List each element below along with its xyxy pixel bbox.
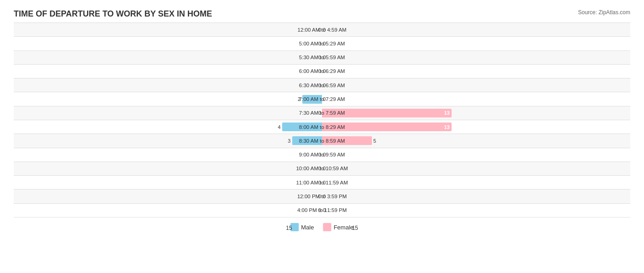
bar-row: 010:00 AM to 10:59 AM0 — [14, 162, 630, 175]
female-value-inside: 13 — [444, 110, 451, 116]
male-zero-value: 0 — [318, 152, 321, 157]
female-zero-value: 0 — [323, 194, 326, 199]
legend-female: Female — [323, 223, 353, 231]
male-value: 4 — [278, 124, 281, 130]
female-zero-value: 0 — [323, 55, 326, 60]
bar-row: 012:00 PM to 3:59 PM0 — [14, 189, 630, 203]
chart-title: TIME OF DEPARTURE TO WORK BY SEX IN HOME — [14, 9, 630, 19]
left-section: 0 — [14, 148, 322, 162]
bar-row: 011:00 AM to 11:59 AM0 — [14, 175, 630, 189]
left-section: 4 — [14, 120, 322, 134]
male-zero-value: 0 — [318, 207, 321, 213]
bar-row: 05:00 AM to 5:29 AM0 — [14, 36, 630, 50]
left-section: 0 — [14, 51, 322, 64]
male-value: 3 — [288, 138, 290, 144]
bar-row: 04:00 PM to 11:59 PM0 — [14, 203, 630, 217]
bar-row: 06:00 AM to 6:29 AM0 — [14, 64, 630, 78]
right-section: 0 — [322, 176, 630, 189]
right-section: 0 — [322, 51, 630, 64]
axis-left-label: 15 — [286, 225, 292, 231]
right-section: 0 — [322, 204, 630, 217]
bar-row: 05:30 AM to 5:59 AM0 — [14, 50, 630, 64]
female-zero-value: 0 — [323, 166, 326, 171]
rows-container: 012:00 AM to 4:59 AM005:00 AM to 5:29 AM… — [14, 22, 630, 217]
male-bar — [282, 123, 322, 131]
male-zero-value: 0 — [318, 41, 321, 46]
male-bar — [292, 136, 322, 145]
left-section: 0 — [14, 162, 322, 175]
female-value: 5 — [373, 138, 376, 144]
male-zero-value: 0 — [318, 166, 321, 171]
legend-male-label: Male — [301, 224, 314, 231]
female-zero-value: 0 — [323, 83, 326, 88]
right-section: 0 — [322, 37, 630, 50]
right-section: 0 — [322, 92, 630, 106]
female-zero-value: 0 — [323, 207, 326, 213]
right-section: 0 — [322, 78, 630, 92]
female-zero-value: 0 — [323, 96, 326, 102]
chart-container: TIME OF DEPARTURE TO WORK BY SEX IN HOME… — [0, 0, 644, 273]
bar-row: 07:30 AM to 7:59 AM13 — [14, 106, 630, 120]
right-section: 0 — [322, 23, 630, 36]
right-section: 0 — [322, 162, 630, 175]
legend-female-box — [323, 223, 331, 231]
right-section: 13 — [322, 106, 630, 120]
bar-row: 27:00 AM to 7:29 AM0 — [14, 92, 630, 106]
right-section: 0 — [322, 65, 630, 78]
female-bar — [322, 136, 372, 145]
female-bar: 13 — [322, 123, 452, 131]
left-section: 0 — [14, 65, 322, 78]
left-section: 0 — [14, 176, 322, 189]
source-text: Source: ZipAtlas.com — [578, 9, 630, 16]
bar-row: 38:30 AM to 8:59 AM5 — [14, 134, 630, 147]
bar-row: 09:00 AM to 9:59 AM0 — [14, 148, 630, 162]
left-section: 0 — [14, 78, 322, 92]
male-zero-value: 0 — [318, 194, 321, 199]
left-section: 2 — [14, 92, 322, 106]
right-section: 5 — [322, 134, 630, 147]
female-zero-value: 0 — [323, 27, 326, 33]
legend: 15 Male Female 15 — [290, 223, 354, 231]
female-zero-value: 0 — [323, 41, 326, 46]
female-bar: 13 — [322, 109, 452, 117]
legend-male: Male — [290, 223, 314, 231]
male-zero-value: 0 — [318, 55, 321, 60]
male-zero-value: 0 — [318, 27, 321, 33]
bar-row: 06:30 AM to 6:59 AM0 — [14, 78, 630, 92]
right-section: 0 — [322, 148, 630, 162]
male-zero-value: 0 — [318, 110, 321, 116]
male-zero-value: 0 — [318, 83, 321, 88]
male-value: 2 — [298, 96, 300, 102]
left-section: 0 — [14, 23, 322, 36]
female-value-inside: 13 — [444, 124, 451, 130]
male-zero-value: 0 — [318, 68, 321, 74]
legend-female-label: Female — [333, 224, 353, 231]
left-section: 0 — [14, 106, 322, 120]
left-section: 0 — [14, 37, 322, 50]
female-zero-value: 0 — [323, 152, 326, 157]
male-bar — [302, 95, 322, 104]
bar-row: 48:00 AM to 8:29 AM13 — [14, 120, 630, 134]
female-zero-value: 0 — [323, 180, 326, 185]
left-section: 3 — [14, 134, 322, 147]
axis-right-label: 15 — [352, 225, 358, 231]
right-section: 0 — [322, 189, 630, 203]
chart-area: 012:00 AM to 4:59 AM005:00 AM to 5:29 AM… — [14, 22, 630, 231]
male-zero-value: 0 — [318, 180, 321, 185]
left-section: 0 — [14, 204, 322, 217]
female-zero-value: 0 — [323, 68, 326, 74]
bar-row: 012:00 AM to 4:59 AM0 — [14, 22, 630, 36]
right-section: 13 — [322, 120, 630, 134]
left-section: 0 — [14, 189, 322, 203]
